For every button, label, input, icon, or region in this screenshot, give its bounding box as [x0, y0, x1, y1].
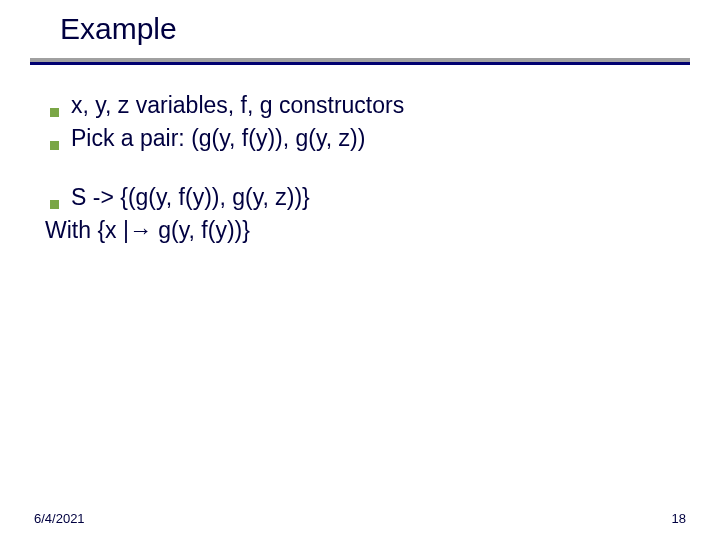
slide-body: x, y, z variables, f, g constructors Pic…	[45, 90, 680, 248]
bullet-row: x, y, z variables, f, g constructors	[45, 90, 680, 121]
footer-date: 6/4/2021	[34, 511, 85, 526]
bullet-icon	[50, 200, 59, 209]
slide-title: Example	[30, 10, 690, 46]
bullet-icon	[50, 108, 59, 117]
footer-page-number: 18	[672, 511, 686, 526]
footer: 6/4/2021 18	[34, 511, 686, 526]
title-bar: Example	[30, 10, 690, 65]
bullet-icon	[50, 141, 59, 150]
bullet-row: Pick a pair: (g(y, f(y)), g(y, z))	[45, 123, 680, 154]
bullet-row: S -> {(g(y, f(y)), g(y, z))}	[45, 182, 680, 213]
title-underline	[30, 62, 690, 65]
bullet-text: S -> {(g(y, f(y)), g(y, z))}	[71, 182, 310, 213]
bullet-text: Pick a pair: (g(y, f(y)), g(y, z))	[71, 123, 365, 154]
plain-line: With {x |→ g(y, f(y))}	[45, 215, 680, 246]
plain-text: With {x |→ g(y, f(y))}	[45, 215, 250, 246]
bullet-text: x, y, z variables, f, g constructors	[71, 90, 404, 121]
